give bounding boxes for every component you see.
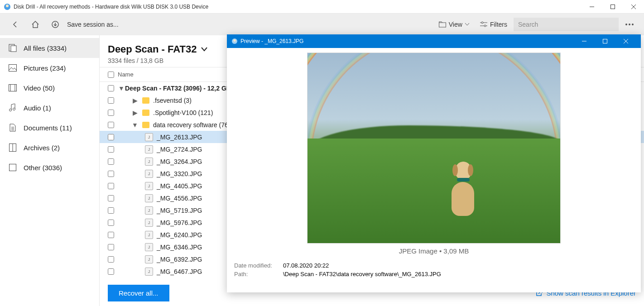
row-checkbox[interactable] xyxy=(108,85,114,91)
more-button[interactable] xyxy=(620,24,639,25)
svg-point-10 xyxy=(481,22,483,24)
app-icon xyxy=(4,3,11,10)
preview-titlebar[interactable]: Preview - _MG_2613.JPG xyxy=(227,34,641,48)
window-controls xyxy=(582,0,644,14)
triangle-icon[interactable]: ▶ xyxy=(131,109,139,116)
music-icon xyxy=(8,103,17,112)
view-dropdown[interactable]: View xyxy=(434,18,474,31)
preview-close-button[interactable] xyxy=(615,34,636,48)
chevron-down-icon[interactable] xyxy=(201,47,207,52)
triangle-down-icon[interactable]: ▼ xyxy=(118,85,125,92)
sidebar-item-archives[interactable]: Archives (2) xyxy=(0,138,99,158)
row-checkbox[interactable] xyxy=(108,207,114,214)
window-title: Disk Drill - All recovery methods - Hard… xyxy=(14,4,208,10)
preview-meta: Date modified:07.08.2020 20:22 Path:\Dee… xyxy=(234,255,634,278)
toolbar: Save session as... View Filters Search xyxy=(0,14,644,35)
search-input[interactable]: Search xyxy=(514,18,619,31)
row-checkbox[interactable] xyxy=(108,195,114,201)
row-checkbox[interactable] xyxy=(108,97,114,104)
recover-button[interactable]: Recover all... xyxy=(108,285,169,301)
jpeg-file-icon: J xyxy=(145,219,153,227)
files-icon xyxy=(8,43,17,53)
folder-icon xyxy=(439,21,446,28)
other-icon xyxy=(8,163,17,172)
svg-rect-17 xyxy=(9,65,17,72)
svg-point-14 xyxy=(632,24,634,25)
dog-illustration xyxy=(447,162,479,216)
svg-point-22 xyxy=(13,108,15,110)
sidebar-item-pictures[interactable]: Pictures (234) xyxy=(0,58,99,78)
preview-body: JPEG Image • 3,09 MB Date modified:07.08… xyxy=(227,48,641,292)
titlebar: Disk Drill - All recovery methods - Hard… xyxy=(0,0,644,14)
sidebar-item-other[interactable]: Other (3036) xyxy=(0,158,99,177)
select-all-checkbox[interactable] xyxy=(108,72,114,78)
main: All files (3334) Pictures (234) Video (5… xyxy=(0,35,644,306)
svg-rect-25 xyxy=(10,164,16,171)
row-checkbox[interactable] xyxy=(108,232,114,238)
row-checkbox[interactable] xyxy=(108,146,114,153)
row-checkbox[interactable] xyxy=(108,244,114,250)
row-checkbox[interactable] xyxy=(108,122,114,128)
jpeg-file-icon: J xyxy=(145,194,153,202)
maximize-button[interactable] xyxy=(602,0,623,14)
preview-image xyxy=(307,53,561,244)
svg-point-21 xyxy=(10,109,12,111)
svg-point-13 xyxy=(629,24,630,25)
save-icon[interactable] xyxy=(45,14,65,35)
svg-rect-29 xyxy=(603,39,607,43)
triangle-icon[interactable]: ▶ xyxy=(131,97,139,104)
sidebar-item-documents[interactable]: Documents (11) xyxy=(0,118,99,138)
video-icon xyxy=(8,83,17,92)
row-checkbox[interactable] xyxy=(108,268,114,275)
folder-icon xyxy=(142,97,149,104)
home-button[interactable] xyxy=(25,14,45,35)
minimize-button[interactable] xyxy=(582,0,602,14)
sidebar: All files (3334) Pictures (234) Video (5… xyxy=(0,35,100,306)
meta-label-date: Date modified: xyxy=(234,262,275,269)
jpeg-file-icon: J xyxy=(145,255,153,263)
meta-value-path: \Deep Scan - FAT32\data recovery softwar… xyxy=(283,271,441,277)
sidebar-item-video[interactable]: Video (50) xyxy=(0,78,99,98)
jpeg-file-icon: J xyxy=(145,182,153,190)
preview-maximize-button[interactable] xyxy=(595,34,615,48)
svg-rect-18 xyxy=(9,85,17,91)
jpeg-file-icon: J xyxy=(145,133,153,141)
row-checkbox[interactable] xyxy=(108,183,114,189)
row-checkbox[interactable] xyxy=(108,171,114,177)
save-session-label[interactable]: Save session as... xyxy=(67,21,119,28)
jpeg-file-icon: J xyxy=(145,268,153,276)
triangle-icon[interactable]: ▼ xyxy=(131,121,139,129)
row-checkbox[interactable] xyxy=(108,220,114,226)
jpeg-file-icon: J xyxy=(145,145,153,153)
image-icon xyxy=(8,63,17,72)
meta-label-path: Path: xyxy=(234,271,275,277)
column-name: Name xyxy=(118,71,134,78)
row-checkbox[interactable] xyxy=(108,134,114,140)
meta-value-date: 07.08.2020 20:22 xyxy=(283,262,329,269)
jpeg-file-icon: J xyxy=(145,231,153,239)
jpeg-file-icon: J xyxy=(145,243,153,251)
preview-caption: JPEG Image • 3,09 MB xyxy=(399,244,469,255)
preview-window: Preview - _MG_2613.JPG JPEG Im xyxy=(227,34,641,292)
jpeg-file-icon: J xyxy=(145,170,153,178)
content: Deep Scan - FAT32 3334 files / 13,8 GB N… xyxy=(100,35,644,306)
row-checkbox[interactable] xyxy=(108,110,114,116)
row-checkbox[interactable] xyxy=(108,256,114,263)
svg-point-12 xyxy=(625,24,627,25)
sidebar-item-all-files[interactable]: All files (3334) xyxy=(0,38,99,58)
folder-icon xyxy=(142,122,149,128)
app-icon xyxy=(231,38,238,44)
close-button[interactable] xyxy=(623,0,644,14)
svg-point-27 xyxy=(234,39,236,42)
sliders-icon xyxy=(480,21,487,28)
jpeg-file-icon: J xyxy=(145,206,153,215)
sidebar-item-audio[interactable]: Audio (1) xyxy=(0,98,99,118)
jpeg-file-icon: J xyxy=(145,158,153,166)
chevron-down-icon xyxy=(465,23,469,26)
folder-icon xyxy=(142,110,149,116)
preview-minimize-button[interactable] xyxy=(574,34,595,48)
back-button[interactable] xyxy=(5,14,25,35)
filters-button[interactable]: Filters xyxy=(476,18,512,31)
row-checkbox[interactable] xyxy=(108,158,114,165)
svg-point-11 xyxy=(484,25,486,27)
